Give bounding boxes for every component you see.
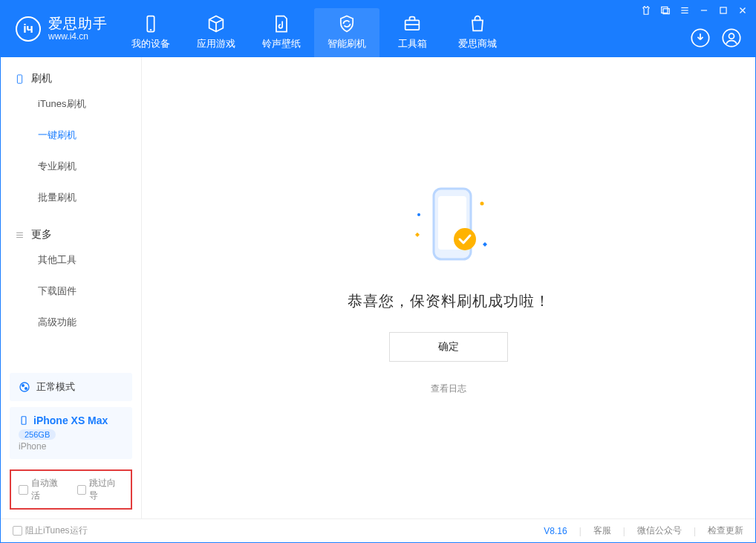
sidebar-section-flash: 刷机 — [1, 65, 141, 88]
nav-my-device[interactable]: 我的设备 — [118, 8, 183, 57]
briefcase-icon — [402, 15, 423, 33]
support-link[interactable]: 客服 — [593, 524, 611, 537]
sidebar-item-pro-flash[interactable]: 专业刷机 — [1, 151, 141, 182]
section-label: 更多 — [31, 228, 52, 241]
block-itunes-checkbox[interactable]: 阻止iTunes运行 — [13, 524, 88, 537]
mode-card[interactable]: 正常模式 — [10, 373, 132, 401]
nav-label: 工具箱 — [398, 37, 427, 51]
header-right — [690, 27, 742, 48]
music-file-icon — [271, 15, 292, 33]
svg-rect-6 — [720, 7, 726, 13]
nav-apps-games[interactable]: 应用游戏 — [183, 8, 249, 57]
device-icon — [140, 15, 161, 33]
svg-point-15 — [729, 33, 734, 39]
cube-icon — [206, 15, 227, 33]
footer: 阻止iTunes运行 V8.16 | 客服 | 微信公众号 | 检查更新 — [1, 518, 755, 542]
minimize-icon[interactable] — [699, 5, 709, 16]
sidebar-item-other-tools[interactable]: 其他工具 — [1, 244, 141, 276]
nav-ringtones-wallpapers[interactable]: 铃声壁纸 — [249, 8, 314, 57]
download-icon[interactable] — [690, 27, 711, 48]
checkbox-label: 自动激活 — [31, 477, 65, 502]
close-icon[interactable] — [737, 5, 748, 16]
mode-icon — [19, 381, 30, 393]
auto-activate-checkbox[interactable]: 自动激活 — [19, 477, 65, 502]
logo: iч 爱思助手 www.i4.cn — [1, 1, 118, 57]
svg-point-21 — [22, 385, 25, 387]
nav-label: 爱思商城 — [458, 37, 497, 51]
success-illustration — [404, 181, 493, 270]
body: 刷机 iTunes刷机 一键刷机 专业刷机 批量刷机 更多 其他工具 下载固件 … — [1, 57, 755, 518]
sidebar-item-batch-flash[interactable]: 批量刷机 — [1, 182, 141, 213]
skip-guide-checkbox[interactable]: 跳过向导 — [77, 477, 124, 502]
maximize-icon[interactable] — [718, 5, 729, 16]
sidebar-item-download-firmware[interactable]: 下载固件 — [1, 276, 141, 307]
list-icon — [14, 230, 25, 241]
device-type: iPhone — [19, 441, 123, 452]
checkbox-label: 阻止iTunes运行 — [25, 524, 88, 537]
nav-toolbox[interactable]: 工具箱 — [379, 8, 445, 57]
svg-point-22 — [25, 388, 27, 390]
device-card[interactable]: iPhone XS Max 256GB iPhone — [10, 407, 132, 459]
app-name: 爱思助手 — [48, 16, 108, 32]
flash-options-row: 自动激活 跳过向导 — [10, 469, 132, 510]
nav-smart-flash[interactable]: 智能刷机 — [314, 8, 379, 57]
success-message: 恭喜您，保资料刷机成功啦！ — [348, 291, 550, 311]
feedback-icon[interactable] — [660, 5, 671, 16]
svg-point-14 — [723, 29, 740, 46]
nav-store[interactable]: 爱思商城 — [445, 8, 510, 57]
nav-label: 应用游戏 — [197, 37, 235, 51]
device-name: iPhone XS Max — [33, 414, 108, 426]
user-icon[interactable] — [721, 27, 742, 48]
window-controls — [641, 5, 748, 16]
mode-label: 正常模式 — [36, 380, 75, 394]
view-log-link[interactable]: 查看日志 — [431, 383, 466, 395]
sidebar-item-oneclick-flash[interactable]: 一键刷机 — [1, 120, 141, 151]
nav-label: 智能刷机 — [328, 37, 366, 51]
nav-label: 铃声壁纸 — [262, 37, 301, 51]
wechat-link[interactable]: 微信公众号 — [637, 524, 682, 537]
header: iч 爱思助手 www.i4.cn 我的设备 应用游戏 铃声壁纸 智能刷机 工具… — [1, 1, 755, 57]
logo-mark-icon: iч — [16, 16, 41, 42]
main-content: 恭喜您，保资料刷机成功啦！ 确定 查看日志 — [142, 57, 755, 518]
sidebar-item-advanced[interactable]: 高级功能 — [1, 307, 141, 338]
section-label: 刷机 — [31, 72, 52, 85]
svg-rect-16 — [17, 74, 22, 82]
svg-rect-23 — [22, 417, 26, 425]
check-update-link[interactable]: 检查更新 — [708, 524, 743, 537]
main-nav: 我的设备 应用游戏 铃声壁纸 智能刷机 工具箱 爱思商城 — [118, 8, 510, 57]
app-url: www.i4.cn — [48, 32, 108, 42]
svg-rect-0 — [662, 7, 668, 13]
svg-point-28 — [454, 228, 476, 250]
svg-point-24 — [417, 213, 420, 216]
ok-button[interactable]: 确定 — [389, 332, 508, 362]
phone-icon — [14, 74, 25, 85]
nav-label: 我的设备 — [131, 37, 170, 51]
bag-icon — [467, 15, 488, 33]
svg-point-20 — [20, 383, 29, 391]
skin-icon[interactable] — [641, 5, 651, 16]
checkbox-label: 跳过向导 — [89, 477, 123, 502]
shield-refresh-icon — [336, 15, 357, 33]
sidebar-item-itunes-flash[interactable]: iTunes刷机 — [1, 88, 141, 120]
sidebar: 刷机 iTunes刷机 一键刷机 专业刷机 批量刷机 更多 其他工具 下载固件 … — [1, 57, 142, 518]
sidebar-section-more: 更多 — [1, 221, 141, 244]
svg-point-25 — [480, 201, 484, 205]
storage-badge: 256GB — [19, 429, 56, 440]
menu-icon[interactable] — [680, 5, 690, 16]
version-label: V8.16 — [544, 526, 567, 536]
device-phone-icon — [19, 415, 29, 426]
